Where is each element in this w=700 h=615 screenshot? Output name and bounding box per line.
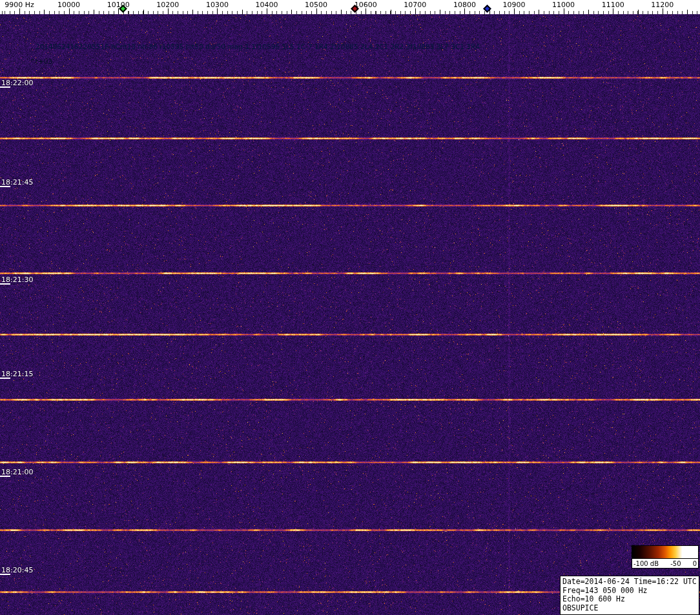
freq-mid-tick-mark xyxy=(94,10,94,14)
freq-mid-tick-mark xyxy=(638,10,639,14)
freq-mid-tick-mark xyxy=(687,10,688,14)
freq-tick-label: 11200 xyxy=(651,1,674,9)
freq-tick-mark xyxy=(514,8,515,14)
freq-mid-tick-mark xyxy=(143,10,144,14)
freq-mid-tick-mark xyxy=(440,10,440,14)
colorbar-labels: -100 dB -50 0 xyxy=(632,559,699,569)
freq-mid-tick-mark xyxy=(291,10,292,14)
freq-mid-tick-mark xyxy=(44,10,45,14)
freq-tick-label: 10300 xyxy=(206,1,229,9)
info-echo-line: Echo=10 600 Hz xyxy=(562,595,697,604)
time-tick-mark xyxy=(0,378,10,379)
freq-tick-mark xyxy=(415,8,416,14)
freq-mid-tick-mark xyxy=(391,10,391,14)
info-station-line: OBSUPICE xyxy=(562,604,697,613)
freq-mid-tick-mark xyxy=(192,10,193,14)
freq-tick-label: 10200 xyxy=(156,1,179,9)
colorbar-label-min: -100 dB xyxy=(633,560,659,567)
freq-tick-label: 9900 Hz xyxy=(5,1,34,9)
freq-tick-mark xyxy=(564,8,564,14)
colorbar-label-max: 0 xyxy=(693,560,697,567)
time-tick-mark xyxy=(0,476,10,477)
spectrogram-canvas[interactable] xyxy=(0,14,700,615)
freq-tick-label: 10400 xyxy=(256,1,278,9)
freq-tick-label: 10700 xyxy=(404,1,426,9)
colorbar-legend: -100 dB -50 0 xyxy=(632,545,699,569)
freq-tick-mark xyxy=(464,8,465,14)
status-info-box: Date=2014-06-24 Time=16:22 UTC Freq=143 … xyxy=(560,576,699,615)
freq-tick-mark xyxy=(69,8,70,14)
freq-tick-mark xyxy=(19,8,20,14)
freq-mid-tick-mark xyxy=(588,10,589,14)
time-tick-mark xyxy=(0,86,10,88)
freq-tick-mark xyxy=(168,8,169,14)
scale-note-text: ^t+03 xyxy=(30,57,52,65)
app-window: 9900 Hz100001010010200103001040010500106… xyxy=(0,0,700,615)
freq-mid-tick-mark xyxy=(539,10,539,14)
freq-tick-mark xyxy=(267,8,267,14)
ruler-minor-ticks xyxy=(0,11,700,14)
info-freq-line: Freq=143 050 000 Hz xyxy=(562,587,697,596)
time-tick-mark xyxy=(0,283,10,285)
time-tick-mark xyxy=(0,574,10,575)
freq-tick-mark xyxy=(217,8,218,14)
freq-tick-mark xyxy=(365,8,366,14)
freq-tick-mark xyxy=(663,8,663,14)
event-header-text: 20140624162203516 hCnt13 nb-86 f10595 hi… xyxy=(36,43,480,50)
freq-tick-label: 10800 xyxy=(453,1,476,9)
time-tick-mark xyxy=(0,186,10,187)
freq-mid-tick-mark xyxy=(242,10,243,14)
freq-tick-label: 10900 xyxy=(503,1,526,9)
freq-tick-label: 10000 xyxy=(57,1,80,9)
freq-tick-mark xyxy=(316,8,317,14)
freq-tick-label: 10500 xyxy=(305,1,327,9)
info-date-line: Date=2014-06-24 Time=16:22 UTC xyxy=(562,578,697,587)
colorbar-label-mid: -50 xyxy=(670,560,681,567)
freq-mid-tick-mark xyxy=(341,10,342,14)
freq-tick-label: 11100 xyxy=(602,1,624,9)
frequency-ruler[interactable]: 9900 Hz100001010010200103001040010500106… xyxy=(0,0,700,14)
colorbar-gradient xyxy=(632,545,699,559)
freq-tick-label: 11000 xyxy=(552,1,575,9)
freq-tick-mark xyxy=(613,8,613,14)
